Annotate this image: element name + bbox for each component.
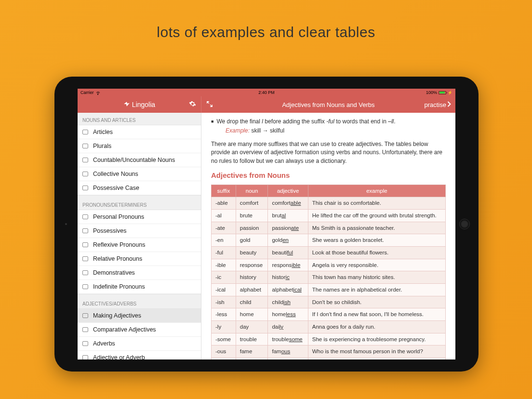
screen: Carrier 2:40 PM 100% ⚡ Lingolia <box>78 89 455 359</box>
table-row: -ichistoryhistoricThis town has many his… <box>212 271 446 284</box>
table-cell: -en <box>212 234 236 247</box>
sidebar-item-label: Indefinite Pronouns <box>93 283 145 290</box>
cards-icon <box>82 284 88 289</box>
sidebar-item[interactable]: Adverbs <box>78 337 201 351</box>
sidebar-item-label: Adjective or Adverb <box>93 354 145 359</box>
table-row: -lydaydailyAnna goes for a daily run. <box>212 321 446 333</box>
table-cell: Don't be so childish. <box>308 296 445 308</box>
table-cell: This town has many historic sites. <box>308 271 445 284</box>
table-row: -icalalphabetalphabeticalThe names are i… <box>212 284 446 296</box>
table-cell: Who is the most famous person in the wor… <box>308 346 445 358</box>
table-cell: childish <box>268 296 308 308</box>
cards-icon <box>82 130 88 134</box>
sidebar-item[interactable]: Adjective or Adverb <box>78 351 201 359</box>
table-cell: response <box>236 259 268 271</box>
table-cell: homeless <box>268 308 308 321</box>
sidebar-item[interactable]: Possessive Case <box>78 181 201 195</box>
sidebar-item[interactable]: Reflexive Pronouns <box>78 238 201 252</box>
table-cell: historic <box>268 271 308 284</box>
table-cell: passionate <box>268 222 308 234</box>
cards-icon <box>82 214 88 219</box>
table-header: adjective <box>268 185 308 197</box>
table-row: -engoldgoldenShe wears a golden bracelet… <box>212 234 446 247</box>
brand-text: Lingolia <box>132 101 155 108</box>
table-cell: passion <box>236 222 268 234</box>
sidebar-item-label: Comparative Adjectives <box>93 326 156 333</box>
rule-line: ■ We drop the final l before adding the … <box>211 118 446 126</box>
sidebar-item[interactable]: Personal Pronouns <box>78 210 201 224</box>
intro-paragraph: There are many more suffixes that we can… <box>211 140 446 165</box>
sidebar-item[interactable]: Countable/Uncountable Nouns <box>78 153 201 167</box>
gear-icon[interactable] <box>189 100 196 109</box>
table-row: -albrutebrutalHe lifted the car off the … <box>212 210 446 222</box>
table-cell: -ate <box>212 222 236 234</box>
table-cell: alphabet <box>236 284 268 296</box>
table-cell: responsible <box>268 259 308 271</box>
table-cell: Angela is very responsible. <box>308 259 445 271</box>
sidebar-item-label: Personal Pronouns <box>93 213 144 220</box>
table-cell: She wears a golden bracelet. <box>308 234 445 247</box>
carrier-label: Carrier <box>80 90 94 95</box>
table-cell: windy <box>268 358 308 359</box>
table-nouns: suffixnounadjectiveexample-ablecomfortco… <box>211 185 446 359</box>
sidebar-item[interactable]: Indefinite Pronouns <box>78 280 201 294</box>
sidebar-item[interactable]: Collective Nouns <box>78 167 201 181</box>
cards-icon <box>82 186 88 190</box>
sidebar-item[interactable]: Plurals <box>78 139 201 153</box>
table-row: -lesshomehomelessIf I don't find a new f… <box>212 308 446 321</box>
home-button[interactable] <box>459 219 470 229</box>
svg-point-0 <box>97 93 98 94</box>
table-cell: beauty <box>236 247 268 259</box>
example-line: Example: skill → skilful <box>211 127 446 135</box>
table-row: -ousfamefamousWho is the most famous per… <box>212 346 446 358</box>
sidebar-item[interactable]: Demonstratives <box>78 266 201 280</box>
content: ■ We drop the final l before adding the … <box>201 113 455 359</box>
table-cell: -ible <box>212 259 236 271</box>
table-row: -sometroubletroublesomeShe is experienci… <box>212 333 446 346</box>
cards-icon <box>82 172 88 176</box>
sidebar-item-label: Possessives <box>93 227 126 234</box>
camera-dot <box>65 223 67 225</box>
table-header: noun <box>236 185 268 197</box>
cards-icon <box>82 256 88 261</box>
headline: lots of examples and clear tables <box>0 0 532 40</box>
table-cell: famous <box>268 346 308 358</box>
sidebar-item[interactable]: Articles <box>78 125 201 139</box>
sidebar: NOUNS AND ARTICLESArticlesPluralsCountab… <box>78 113 201 359</box>
table-cell: -ous <box>212 346 236 358</box>
table-cell: brute <box>236 210 268 222</box>
cards-icon <box>82 228 88 233</box>
table-cell: home <box>236 308 268 321</box>
table-cell: -ly <box>212 321 236 333</box>
sidebar-item[interactable]: Possessives <box>78 224 201 238</box>
brand-icon <box>123 101 130 109</box>
cards-icon <box>82 270 88 275</box>
wifi-icon <box>96 91 100 95</box>
table-cell: Anna goes for a daily run. <box>308 321 445 333</box>
table-cell: -al <box>212 210 236 222</box>
app-bar: Lingolia Adjectives from Nouns and Verbs… <box>78 96 455 113</box>
table-cell: A windy day. <box>308 358 445 359</box>
table-row: -ibleresponseresponsibleAngela is very r… <box>212 259 446 271</box>
expand-icon[interactable] <box>206 101 213 109</box>
table-cell: -ic <box>212 271 236 284</box>
table-cell: comfortable <box>268 197 308 210</box>
page-title: Adjectives from Nouns and Verbs <box>282 101 374 108</box>
table-cell: This chair is so comfortable. <box>308 197 445 210</box>
sidebar-item[interactable]: Making Adjectives <box>78 309 201 323</box>
sidebar-item[interactable]: Relative Pronouns <box>78 252 201 266</box>
sidebar-item-label: Articles <box>93 129 113 135</box>
table-cell: If I don't find a new flat soon, I'll be… <box>308 308 445 321</box>
sidebar-item-label: Reflexive Pronouns <box>93 241 145 248</box>
table-cell: brutal <box>268 210 308 222</box>
cards-icon <box>82 313 88 318</box>
sidebar-item-label: Making Adjectives <box>93 312 141 319</box>
table-row: -ywindwindyA windy day. <box>212 358 446 359</box>
table-cell: daily <box>268 321 308 333</box>
sidebar-item[interactable]: Comparative Adjectives <box>78 323 201 337</box>
cards-icon <box>82 355 88 359</box>
table-cell: comfort <box>236 197 268 210</box>
practise-button[interactable]: practise <box>424 101 452 108</box>
table-cell: wind <box>236 358 268 359</box>
table-cell: -less <box>212 308 236 321</box>
